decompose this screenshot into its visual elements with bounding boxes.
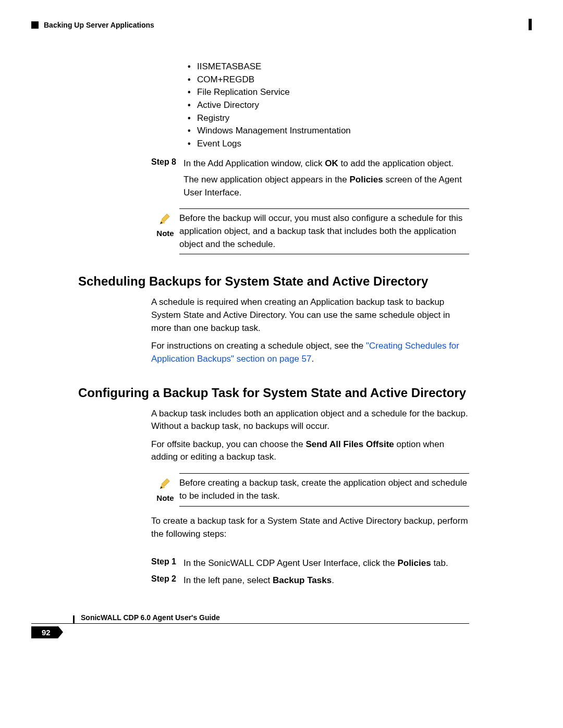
list-item: COM+REGDB xyxy=(188,73,469,87)
text: In the Add Application window, click xyxy=(183,158,325,168)
note-rule-top xyxy=(179,208,469,209)
top-edge-mark xyxy=(529,19,532,30)
paragraph: For instructions on creating a schedule … xyxy=(151,340,469,365)
note-row: Note Before the backup will occur, you m… xyxy=(151,212,469,251)
paragraph: A backup task includes both an applicati… xyxy=(151,408,469,433)
step-body: The new application object appears in th… xyxy=(183,174,469,199)
bullet-block: IISMETASBASE COM+REGDB File Replication … xyxy=(78,60,469,254)
step-label: Step 1 xyxy=(151,557,183,570)
note-body: Before creating a backup task, create th… xyxy=(179,477,469,502)
note-left: Note xyxy=(151,477,179,503)
step-body: In the Add Application window, click OK … xyxy=(183,157,454,170)
note-left: Note xyxy=(151,212,179,238)
section-heading: Scheduling Backups for System State and … xyxy=(78,274,469,289)
step-label: Step 8 xyxy=(151,157,183,170)
header-square-icon xyxy=(31,21,39,29)
pencil-icon xyxy=(158,477,172,492)
list-item: IISMETASBASE xyxy=(188,60,469,73)
list-item: Event Logs xyxy=(188,138,469,151)
paragraph: For offsite backup, you can choose the S… xyxy=(151,438,469,464)
note-rule-bottom xyxy=(179,254,469,254)
note-label: Note xyxy=(156,493,174,502)
text: In the SonicWALL CDP Agent User Interfac… xyxy=(183,558,397,568)
page: Backing Up Server Applications IISMETASB… xyxy=(0,0,563,728)
section-heading: Configuring a Backup Task for System Sta… xyxy=(78,386,469,400)
text: For instructions on creating a schedule … xyxy=(151,341,366,351)
list-item: Active Directory xyxy=(188,99,469,112)
running-header: Backing Up Server Applications xyxy=(31,21,532,29)
paragraph: A schedule is required when creating an … xyxy=(151,296,469,335)
note-block: Note Before the backup will occur, you m… xyxy=(151,208,469,254)
bold-text: Policies xyxy=(349,175,383,184)
footer: SonicWALL CDP 6.0 Agent User's Guide 92 xyxy=(0,626,563,638)
bold-text: Send All Files Offsite xyxy=(305,439,394,449)
footer-tick-icon xyxy=(73,615,75,624)
svg-rect-1 xyxy=(162,214,169,222)
content-area: IISMETASBASE COM+REGDB File Replication … xyxy=(31,60,532,587)
list-item: Registry xyxy=(188,112,469,125)
step-row: Step 2 In the left pane, select Backup T… xyxy=(151,574,469,587)
step-row: Step 8 In the Add Application window, cl… xyxy=(151,157,469,170)
text: The new application object appears in th… xyxy=(183,175,349,184)
bold-text: Policies xyxy=(397,558,431,568)
bullet-list: IISMETASBASE COM+REGDB File Replication … xyxy=(151,60,469,150)
svg-rect-4 xyxy=(162,479,169,487)
note-rule-top xyxy=(179,473,469,474)
step-followup: The new application object appears in th… xyxy=(151,174,469,199)
text: . xyxy=(312,354,314,364)
step-row: Step 1 In the SonicWALL CDP Agent User I… xyxy=(151,557,469,570)
footer-rule xyxy=(31,623,469,624)
note-label: Note xyxy=(156,229,174,238)
text: . xyxy=(332,575,334,585)
note-rule-bottom xyxy=(179,506,469,507)
note-row: Note Before creating a backup task, crea… xyxy=(151,477,469,503)
page-number-wedge-icon xyxy=(58,626,63,638)
footer-doc-title: SonicWALL CDP 6.0 Agent User's Guide xyxy=(81,613,220,622)
text: to add the application object. xyxy=(338,158,454,168)
bold-text: OK xyxy=(325,158,338,168)
list-item: File Replication Service xyxy=(188,86,469,99)
step-body: In the left pane, select Backup Tasks. xyxy=(183,574,334,587)
text: For offsite backup, you can choose the xyxy=(151,439,305,449)
paragraph: To create a backup task for a System Sta… xyxy=(151,515,469,540)
page-number: 92 xyxy=(31,626,58,638)
section1-body: A schedule is required when creating an … xyxy=(78,296,469,365)
step-label: Step 2 xyxy=(151,574,183,587)
bold-text: Backup Tasks xyxy=(273,575,332,585)
footer-bar: 92 xyxy=(0,626,563,638)
note-body: Before the backup will occur, you must a… xyxy=(179,212,469,251)
text: tab. xyxy=(431,558,448,568)
text: In the left pane, select xyxy=(183,575,273,585)
running-title: Backing Up Server Applications xyxy=(44,21,154,29)
step-label-empty xyxy=(151,174,183,199)
note-block: Note Before creating a backup task, crea… xyxy=(151,473,469,507)
section2-body: A backup task includes both an applicati… xyxy=(78,408,469,587)
list-item: Windows Management Instrumentation xyxy=(188,125,469,138)
step-body: In the SonicWALL CDP Agent User Interfac… xyxy=(183,557,448,570)
pencil-icon xyxy=(158,212,172,228)
